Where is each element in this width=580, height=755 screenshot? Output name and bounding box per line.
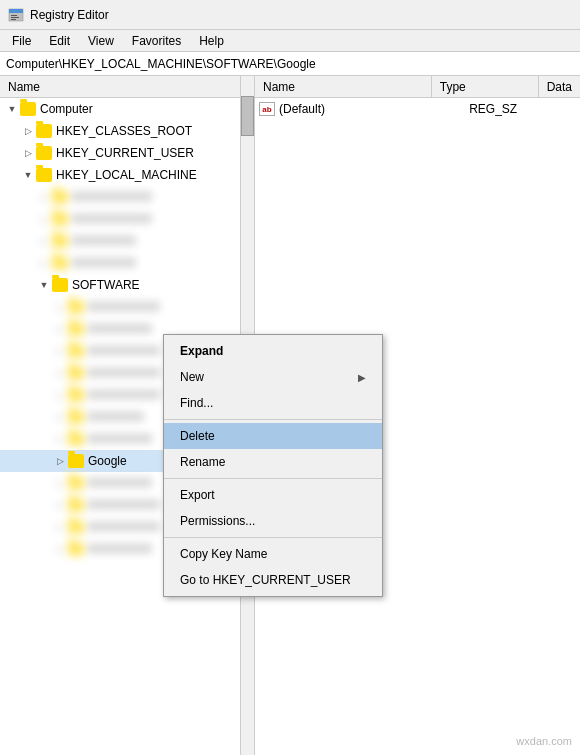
expand-icon-google: ▷ xyxy=(52,453,68,469)
ctx-expand-label: Expand xyxy=(180,344,223,358)
tree-label-hklm: HKEY_LOCAL_MACHINE xyxy=(56,168,197,182)
folder-icon-google xyxy=(68,454,84,468)
tree-label-google: Google xyxy=(88,454,127,468)
menu-file[interactable]: File xyxy=(4,32,39,50)
title-bar: Registry Editor xyxy=(0,0,580,30)
menu-help[interactable]: Help xyxy=(191,32,232,50)
app-icon xyxy=(8,7,24,23)
svg-rect-3 xyxy=(11,17,19,18)
menu-bar: File Edit View Favorites Help xyxy=(0,30,580,52)
ctx-sep3 xyxy=(164,537,382,538)
watermark: wxdan.com xyxy=(516,735,572,747)
tree-label-hkcr: HKEY_CLASSES_ROOT xyxy=(56,124,192,138)
tree-node-blurred1: ▷ XXXXXXXXXX xyxy=(0,186,254,208)
expand-icon-computer: ▼ xyxy=(4,101,20,117)
tree-label-computer: Computer xyxy=(40,102,93,116)
tree-node-blurred4: ▷ XXXXXXXX xyxy=(0,252,254,274)
ctx-new-label: New xyxy=(180,370,204,384)
folder-icon-hkcr xyxy=(36,124,52,138)
tree-node-computer[interactable]: ▼ Computer xyxy=(0,98,254,120)
col-header-name: Name xyxy=(255,76,432,97)
address-path: Computer\HKEY_LOCAL_MACHINE\SOFTWARE\Goo… xyxy=(6,57,316,71)
ctx-expand[interactable]: Expand xyxy=(164,338,382,364)
tree-label-hkcu: HKEY_CURRENT_USER xyxy=(56,146,194,160)
col-header-data: Data xyxy=(539,76,580,97)
ctx-copy-key-label: Copy Key Name xyxy=(180,547,267,561)
context-menu: Expand New ▶ Find... Delete Rename Expor… xyxy=(163,334,383,597)
ctx-copy-key[interactable]: Copy Key Name xyxy=(164,541,382,567)
ctx-new[interactable]: New ▶ xyxy=(164,364,382,390)
ctx-delete[interactable]: Delete xyxy=(164,423,382,449)
menu-edit[interactable]: Edit xyxy=(41,32,78,50)
ctx-export-label: Export xyxy=(180,488,215,502)
reg-entry-type: REG_SZ xyxy=(461,102,580,116)
tree-node-blurred5: ▷ XXXXXXXXX xyxy=(0,296,254,318)
svg-rect-2 xyxy=(11,15,17,16)
ctx-rename[interactable]: Rename xyxy=(164,449,382,475)
ctx-permissions[interactable]: Permissions... xyxy=(164,508,382,534)
folder-icon-computer xyxy=(20,102,36,116)
tree-label-software: SOFTWARE xyxy=(72,278,140,292)
tree-header: Name xyxy=(0,76,254,98)
ctx-goto-hkcu-label: Go to HKEY_CURRENT_USER xyxy=(180,573,351,587)
menu-favorites[interactable]: Favorites xyxy=(124,32,189,50)
right-pane-headers: Name Type Data xyxy=(255,76,580,98)
ctx-export[interactable]: Export xyxy=(164,482,382,508)
tree-col-name-label: Name xyxy=(8,80,40,94)
menu-view[interactable]: View xyxy=(80,32,122,50)
folder-icon-hklm xyxy=(36,168,52,182)
main-content: Name ▼ Computer ▷ HKEY_CLASSES_ROOT ▷ HK… xyxy=(0,76,580,755)
col-type-label: Type xyxy=(440,80,466,94)
address-bar: Computer\HKEY_LOCAL_MACHINE\SOFTWARE\Goo… xyxy=(0,52,580,76)
tree-node-hklm[interactable]: ▼ HKEY_LOCAL_MACHINE xyxy=(0,164,254,186)
tree-node-blurred3: ▷ XXXXXXXX xyxy=(0,230,254,252)
tree-node-hkcr[interactable]: ▷ HKEY_CLASSES_ROOT xyxy=(0,120,254,142)
ctx-permissions-label: Permissions... xyxy=(180,514,255,528)
ab-icon: ab xyxy=(259,102,275,116)
col-data-label: Data xyxy=(547,80,572,94)
ctx-find-label: Find... xyxy=(180,396,213,410)
tree-node-hkcu[interactable]: ▷ HKEY_CURRENT_USER xyxy=(0,142,254,164)
ctx-sep2 xyxy=(164,478,382,479)
ctx-goto-hkcu[interactable]: Go to HKEY_CURRENT_USER xyxy=(164,567,382,593)
ctx-delete-label: Delete xyxy=(180,429,215,443)
svg-rect-1 xyxy=(9,9,23,13)
ctx-rename-label: Rename xyxy=(180,455,225,469)
tree-col-name: Name xyxy=(0,76,254,97)
svg-rect-4 xyxy=(11,19,16,20)
col-header-type: Type xyxy=(432,76,539,97)
scrollbar-thumb[interactable] xyxy=(241,96,254,136)
reg-entry-name: (Default) xyxy=(279,102,461,116)
expand-icon-software: ▼ xyxy=(36,277,52,293)
tree-node-software[interactable]: ▼ SOFTWARE xyxy=(0,274,254,296)
folder-icon-hkcu xyxy=(36,146,52,160)
registry-entry-default[interactable]: ab (Default) REG_SZ xyxy=(255,98,580,120)
col-name-label: Name xyxy=(263,80,295,94)
ctx-sep1 xyxy=(164,419,382,420)
ctx-new-arrow: ▶ xyxy=(358,372,366,383)
expand-icon-hklm: ▼ xyxy=(20,167,36,183)
app-title: Registry Editor xyxy=(30,8,109,22)
expand-icon-hkcr: ▷ xyxy=(20,123,36,139)
expand-icon-hkcu: ▷ xyxy=(20,145,36,161)
tree-node-blurred2: ▷ XXXXXXXXXX xyxy=(0,208,254,230)
ctx-find[interactable]: Find... xyxy=(164,390,382,416)
folder-icon-software xyxy=(52,278,68,292)
